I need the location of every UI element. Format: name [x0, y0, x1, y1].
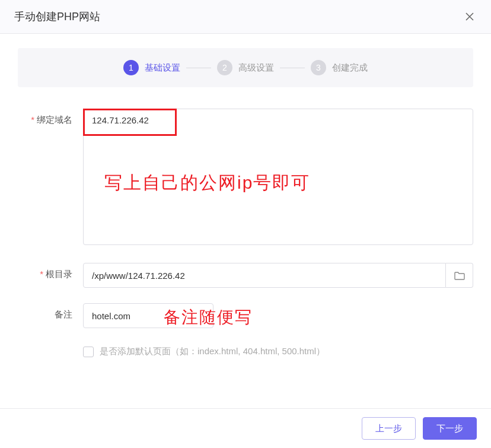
- row-root: 根目录: [18, 263, 473, 288]
- control-remark: 备注随便写: [83, 303, 473, 328]
- remark-input[interactable]: [83, 303, 213, 328]
- step-label: 基础设置: [145, 62, 180, 74]
- step-divider: [280, 68, 305, 68]
- default-pages-checkbox[interactable]: [83, 347, 94, 357]
- default-pages-label: 是否添加默认页面（如：index.html, 404.html, 500.htm…: [100, 346, 325, 357]
- step-advanced[interactable]: 2 高级设置: [217, 60, 274, 75]
- control-default-pages: 是否添加默认页面（如：index.html, 404.html, 500.htm…: [83, 344, 473, 357]
- next-button[interactable]: 下一步: [423, 417, 477, 440]
- steps: 1 基础设置 2 高级设置 3 创建完成: [18, 60, 473, 75]
- step-label: 创建完成: [332, 62, 368, 74]
- step-label: 高级设置: [238, 62, 274, 74]
- modal-header: 手动创建PHP网站: [0, 0, 491, 34]
- step-num: 3: [311, 60, 326, 75]
- step-num: 2: [217, 60, 232, 75]
- root-input-group: [83, 263, 473, 288]
- row-remark: 备注 备注随便写: [18, 303, 473, 328]
- control-root: [83, 263, 473, 288]
- label-domain: 绑定域名: [18, 109, 83, 126]
- step-done[interactable]: 3 创建完成: [311, 60, 368, 75]
- label-empty: [18, 344, 83, 349]
- step-num: 1: [123, 60, 139, 75]
- row-default-pages: 是否添加默认页面（如：index.html, 404.html, 500.htm…: [18, 344, 473, 357]
- step-divider: [186, 68, 211, 68]
- close-icon[interactable]: [463, 9, 477, 24]
- folder-icon: [454, 271, 465, 280]
- domain-input[interactable]: [83, 109, 473, 245]
- prev-button[interactable]: 上一步: [362, 417, 416, 440]
- row-domain: 绑定域名 写上自己的公网ip号即可: [18, 109, 473, 247]
- x-icon: [465, 12, 474, 21]
- label-remark: 备注: [18, 303, 83, 320]
- checkbox-row: 是否添加默认页面（如：index.html, 404.html, 500.htm…: [83, 346, 473, 357]
- step-basic[interactable]: 1 基础设置: [123, 60, 180, 75]
- modal-body: 1 基础设置 2 高级设置 3 创建完成 绑定域名 写上自己: [0, 34, 491, 408]
- label-root: 根目录: [18, 263, 83, 280]
- root-input[interactable]: [83, 263, 446, 288]
- create-php-site-modal: 手动创建PHP网站 1 基础设置 2 高级设置 3: [0, 0, 491, 448]
- control-domain: 写上自己的公网ip号即可: [83, 109, 473, 247]
- modal-footer: 上一步 下一步: [0, 408, 491, 448]
- steps-container: 1 基础设置 2 高级设置 3 创建完成: [18, 48, 473, 87]
- modal-title: 手动创建PHP网站: [14, 9, 100, 24]
- browse-folder-button[interactable]: [446, 263, 473, 288]
